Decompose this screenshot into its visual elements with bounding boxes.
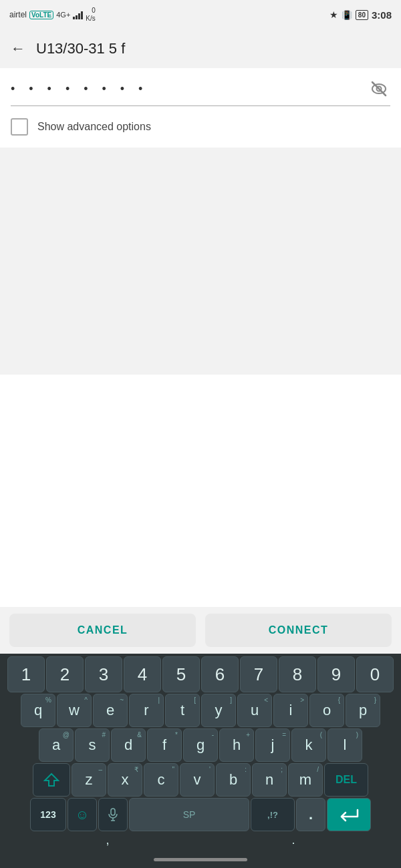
- time-label: 3:08: [372, 9, 392, 21]
- key-i[interactable]: >i: [273, 694, 308, 727]
- key-q[interactable]: %q: [21, 694, 55, 727]
- keyboard-row-asdf: @a #s &d *f -g +h =j (k )l: [0, 728, 401, 762]
- key-a[interactable]: @a: [39, 728, 74, 762]
- key-s[interactable]: #s: [75, 728, 110, 762]
- shift-key[interactable]: [33, 763, 70, 797]
- bluetooth-icon: ★: [329, 9, 338, 20]
- keyboard-row-comma: , .: [0, 833, 401, 847]
- cancel-button[interactable]: CANCEL: [9, 614, 196, 647]
- key-y[interactable]: ]y: [201, 694, 236, 727]
- number-toggle-key[interactable]: 123: [30, 798, 66, 831]
- key-r[interactable]: |r: [129, 694, 164, 727]
- advanced-options-checkbox[interactable]: [11, 118, 28, 136]
- keyboard-row-numbers: 1 2 3 4 5 6 7 8 9 0: [0, 656, 401, 692]
- data-speed: 0K/s: [86, 7, 95, 23]
- home-indicator: [0, 853, 401, 868]
- key-o[interactable]: {o: [309, 694, 344, 727]
- punctuation-key[interactable]: ,!?: [251, 798, 295, 831]
- empty-space: [0, 148, 401, 375]
- action-buttons-bar: CANCEL CONNECT: [0, 607, 401, 654]
- content-area: • • • • • • • • Show advanced options: [0, 68, 401, 607]
- comma-label: ,: [63, 833, 153, 847]
- key-3[interactable]: 3: [85, 656, 122, 692]
- key-g[interactable]: -g: [183, 728, 218, 762]
- key-c[interactable]: "c: [144, 763, 178, 797]
- keyboard-row-zxcvbnm: –z ₹x "c 'v :b ;n /m DEL: [0, 763, 401, 797]
- key-t[interactable]: [t: [165, 694, 200, 727]
- key-m[interactable]: /m: [288, 763, 323, 797]
- enter-key[interactable]: [327, 798, 371, 831]
- key-l[interactable]: )l: [327, 728, 362, 762]
- home-bar: [154, 858, 247, 861]
- key-4[interactable]: 4: [124, 656, 161, 692]
- battery-icon: 80: [356, 10, 368, 20]
- eye-slash-icon: [370, 79, 388, 98]
- delete-key[interactable]: DEL: [324, 763, 368, 797]
- key-x[interactable]: ₹x: [108, 763, 142, 797]
- vibrate-icon: 📳: [342, 10, 352, 20]
- page-title: U13/30-31 5 f: [36, 40, 125, 57]
- period-label: .: [249, 833, 339, 847]
- key-7[interactable]: 7: [240, 656, 277, 692]
- key-b[interactable]: :b: [216, 763, 251, 797]
- key-1[interactable]: 1: [7, 656, 45, 692]
- status-bar: airtel VoLTE 4G+ 0K/s ★ 📳 80 3:08: [0, 0, 401, 29]
- app-bar: ← U13/30-31 5 f: [0, 29, 401, 68]
- connect-button[interactable]: CONNECT: [205, 614, 392, 647]
- enter-icon: [339, 807, 359, 822]
- status-left: airtel VoLTE 4G+ 0K/s: [9, 7, 96, 23]
- key-0[interactable]: 0: [356, 656, 394, 692]
- key-p[interactable]: }p: [346, 694, 380, 727]
- keyboard-row-qwerty: %q ^w ~e |r [t ]y <u >i {o }p: [0, 694, 401, 727]
- key-2[interactable]: 2: [46, 656, 84, 692]
- key-h[interactable]: +h: [219, 728, 254, 762]
- key-n[interactable]: ;n: [252, 763, 287, 797]
- key-9[interactable]: 9: [317, 656, 355, 692]
- toggle-password-visibility-button[interactable]: [368, 77, 390, 100]
- signal-icon: [73, 10, 83, 19]
- carrier-label: airtel: [9, 10, 27, 19]
- key-6[interactable]: 6: [201, 656, 239, 692]
- advanced-options-row: Show advanced options: [11, 106, 390, 148]
- keyboard: 1 2 3 4 5 6 7 8 9 0 %q ^w ~e |r [t ]y <u…: [0, 654, 401, 853]
- back-button[interactable]: ←: [11, 40, 25, 57]
- key-e[interactable]: ~e: [93, 694, 128, 727]
- key-u[interactable]: <u: [237, 694, 272, 727]
- volte-badge: VoLTE: [29, 11, 53, 19]
- key-5[interactable]: 5: [162, 656, 200, 692]
- key-k[interactable]: (k: [291, 728, 326, 762]
- period-key[interactable]: .: [296, 798, 325, 831]
- mic-key[interactable]: [98, 798, 128, 831]
- key-j[interactable]: =j: [255, 728, 290, 762]
- mic-icon: [108, 808, 118, 821]
- space-key[interactable]: SP: [129, 798, 249, 831]
- key-8[interactable]: 8: [279, 656, 316, 692]
- shift-icon: [43, 772, 59, 788]
- key-d[interactable]: &d: [111, 728, 146, 762]
- emoji-key[interactable]: ☺: [68, 798, 97, 831]
- password-input[interactable]: • • • • • • • •: [11, 82, 368, 96]
- key-f[interactable]: *f: [147, 728, 182, 762]
- svg-rect-3: [111, 809, 115, 815]
- keyboard-row-bottom: 123 ☺ SP ,!? .: [0, 798, 401, 831]
- empty-label: [156, 833, 246, 847]
- key-v[interactable]: 'v: [180, 763, 215, 797]
- advanced-options-label: Show advanced options: [37, 121, 151, 133]
- status-right: ★ 📳 80 3:08: [329, 9, 392, 21]
- network-gen: 4G+: [56, 11, 70, 19]
- key-w[interactable]: ^w: [57, 694, 92, 727]
- key-z[interactable]: –z: [72, 763, 106, 797]
- password-field-row: • • • • • • • •: [11, 68, 390, 106]
- form-area: • • • • • • • • Show advanced options: [0, 68, 401, 148]
- page-root: airtel VoLTE 4G+ 0K/s ★ 📳 80 3:08 ← U13/…: [0, 0, 401, 868]
